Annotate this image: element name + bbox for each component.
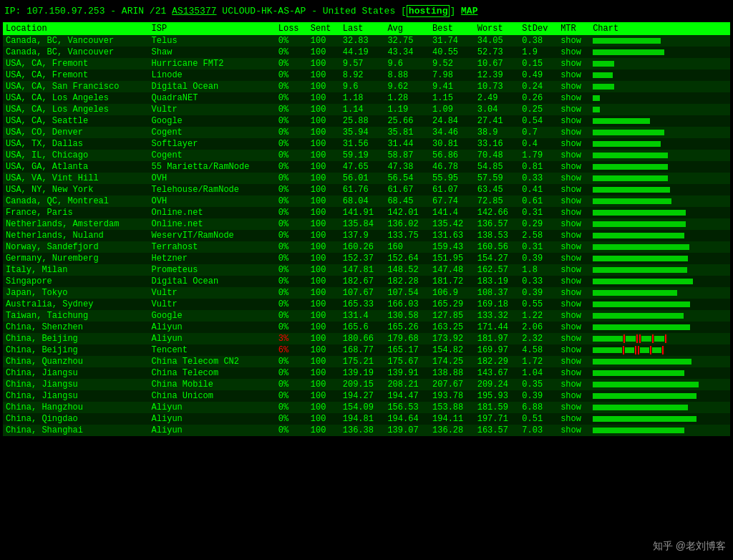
cell-mtr[interactable]: show [558, 127, 590, 138]
chart-bar [593, 117, 727, 125]
show-link[interactable]: show [560, 150, 581, 160]
cell-mtr[interactable]: show [558, 241, 590, 253]
show-link[interactable]: show [560, 173, 581, 183]
cell-mtr[interactable]: show [558, 150, 590, 161]
cell-mtr[interactable]: show [558, 173, 590, 184]
cell-location: USA, VA, Vint Hill [3, 173, 149, 184]
cell-mtr[interactable]: show [558, 207, 590, 218]
show-link[interactable]: show [560, 231, 581, 241]
cell-loss: 0% [276, 127, 308, 138]
cell-mtr[interactable]: show [558, 356, 590, 367]
show-link[interactable]: show [560, 70, 581, 80]
cell-stdev: 0.25 [519, 104, 558, 115]
show-link[interactable]: show [560, 402, 581, 412]
cell-mtr[interactable]: show [558, 115, 590, 127]
show-link[interactable]: show [560, 196, 581, 206]
show-link[interactable]: show [560, 208, 581, 218]
cell-location: USA, CA, Los Angeles [3, 104, 149, 115]
table-row: USA, GA, Atlanta 55 Marietta/RamNode 0% … [3, 161, 730, 173]
cell-mtr[interactable]: show [558, 276, 590, 287]
show-link[interactable]: show [560, 380, 581, 390]
show-link[interactable]: show [560, 185, 581, 195]
cell-mtr[interactable]: show [558, 379, 590, 390]
cell-mtr[interactable]: show [558, 230, 590, 241]
cell-mtr[interactable]: show [558, 322, 590, 333]
as-number-link[interactable]: AS135377 [172, 6, 216, 16]
cell-mtr[interactable]: show [558, 344, 590, 356]
show-link[interactable]: show [560, 93, 581, 103]
show-link[interactable]: show [560, 322, 581, 332]
cell-worst: 10.67 [475, 58, 520, 69]
table-row: Canada, BC, Vancouver Shaw 0% 100 44.19 … [3, 47, 730, 58]
cell-best: 136.28 [429, 425, 475, 436]
cell-mtr[interactable]: show [558, 218, 590, 230]
cell-isp: Hetzner [149, 253, 276, 264]
cell-mtr[interactable]: show [558, 58, 590, 69]
cell-mtr[interactable]: show [558, 69, 590, 81]
cell-worst: 154.27 [475, 253, 520, 264]
hosting-badge[interactable]: hosting [407, 5, 450, 17]
cell-mtr[interactable]: show [558, 253, 590, 264]
cell-worst: 195.93 [475, 390, 520, 402]
show-link[interactable]: show [560, 311, 581, 321]
cell-sent: 100 [308, 322, 340, 333]
cell-mtr[interactable]: show [558, 104, 590, 115]
show-link[interactable]: show [560, 127, 581, 137]
show-link[interactable]: show [560, 357, 581, 367]
show-link[interactable]: show [560, 82, 581, 92]
show-link[interactable]: show [560, 391, 581, 401]
cell-mtr[interactable]: show [558, 333, 590, 344]
show-link[interactable]: show [560, 162, 581, 172]
cell-mtr[interactable]: show [558, 138, 590, 150]
show-link[interactable]: show [560, 116, 581, 126]
show-link[interactable]: show [560, 334, 581, 344]
show-link[interactable]: show [560, 276, 581, 286]
cell-worst: 108.37 [475, 287, 520, 299]
show-link[interactable]: show [560, 299, 581, 309]
cell-worst: 34.05 [475, 35, 520, 47]
cell-isp: Digital Ocean [149, 81, 276, 92]
cell-mtr[interactable]: show [558, 310, 590, 322]
cell-best: 30.81 [429, 138, 475, 150]
cell-mtr[interactable]: show [558, 287, 590, 299]
cell-mtr[interactable]: show [558, 264, 590, 276]
cell-mtr[interactable]: show [558, 195, 590, 207]
cell-mtr[interactable]: show [558, 390, 590, 402]
show-link[interactable]: show [560, 105, 581, 115]
chart-bar [593, 266, 727, 274]
show-link[interactable]: show [560, 345, 581, 355]
cell-mtr[interactable]: show [558, 161, 590, 173]
show-link[interactable]: show [560, 59, 581, 69]
cell-mtr[interactable]: show [558, 81, 590, 92]
show-link[interactable]: show [560, 219, 581, 229]
cell-mtr[interactable]: show [558, 184, 590, 195]
cell-mtr[interactable]: show [558, 367, 590, 379]
show-link[interactable]: show [560, 139, 581, 149]
cell-worst: 54.85 [475, 161, 520, 173]
show-link[interactable]: show [560, 242, 581, 252]
cell-mtr[interactable]: show [558, 425, 590, 436]
show-link[interactable]: show [560, 288, 581, 298]
cell-mtr[interactable]: show [558, 402, 590, 413]
cell-avg: 61.67 [384, 184, 429, 195]
show-link[interactable]: show [560, 254, 581, 264]
col-isp: ISP [149, 22, 276, 35]
cell-mtr[interactable]: show [558, 35, 590, 47]
show-link[interactable]: show [560, 414, 581, 424]
cell-mtr[interactable]: show [558, 413, 590, 425]
map-link[interactable]: MAP [461, 6, 477, 16]
separator6: ] [450, 6, 461, 16]
cell-best: 173.92 [429, 333, 475, 344]
show-link[interactable]: show [560, 265, 581, 275]
cell-mtr[interactable]: show [558, 47, 590, 58]
cell-worst: 133.32 [475, 310, 520, 322]
table-row: China, Jiangsu China Unicom 0% 100 194.2… [3, 390, 730, 402]
table-row: China, Shenzhen Aliyun 0% 100 165.6 165.… [3, 322, 730, 333]
cell-worst: 169.18 [475, 299, 520, 310]
cell-mtr[interactable]: show [558, 299, 590, 310]
show-link[interactable]: show [560, 368, 581, 378]
show-link[interactable]: show [560, 36, 581, 46]
show-link[interactable]: show [560, 47, 581, 57]
cell-mtr[interactable]: show [558, 92, 590, 104]
show-link[interactable]: show [560, 425, 581, 435]
